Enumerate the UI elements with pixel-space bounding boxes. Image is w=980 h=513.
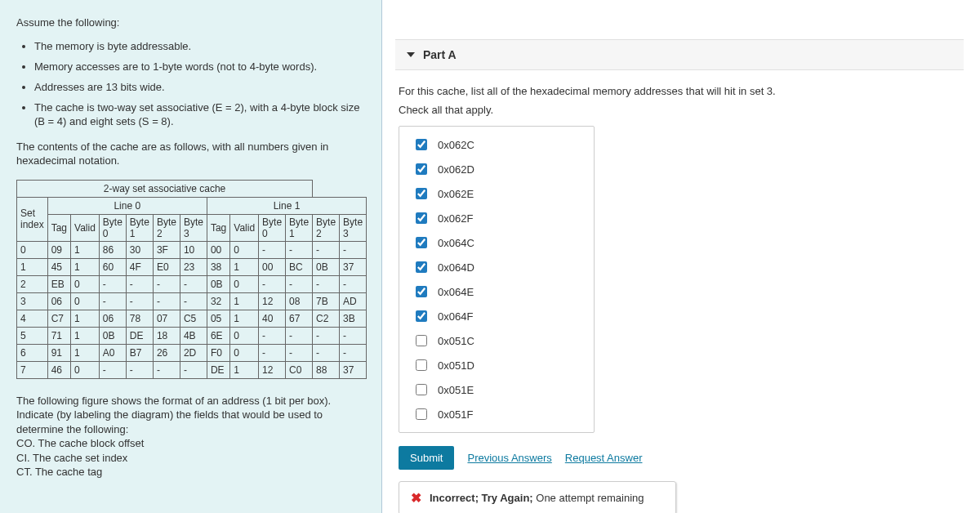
contents-note: The contents of the cache are as follows…	[16, 141, 365, 168]
col-b1: Byte 1	[286, 214, 313, 241]
col-b2: Byte 2	[153, 214, 180, 241]
option-checkbox[interactable]	[416, 139, 427, 150]
previous-answers-link[interactable]: Previous Answers	[467, 452, 551, 464]
option-checkbox[interactable]	[416, 188, 427, 199]
list-item: Addresses are 13 bits wide.	[34, 81, 365, 93]
option-checkbox[interactable]	[416, 384, 427, 395]
option-label: 0x051C	[438, 335, 474, 347]
table-row: 009186303F10000----	[17, 241, 367, 258]
option-row: 0x064D	[412, 259, 581, 275]
option-row: 0x064E	[412, 283, 581, 300]
submit-button[interactable]: Submit	[399, 446, 454, 470]
option-label: 0x064F	[438, 310, 473, 323]
option-row: 0x051C	[412, 332, 581, 349]
table-row: 2EB0----0B0----	[17, 275, 367, 292]
option-row: 0x062F	[412, 210, 581, 226]
table-row: 3060----32112087BAD	[17, 292, 367, 310]
table-row: 1451604FE02338100BC0B37	[17, 258, 367, 275]
option-checkbox[interactable]	[416, 359, 427, 371]
answer-panel: Part A For this cache, list all of the h…	[382, 0, 980, 513]
option-checkbox[interactable]	[416, 335, 427, 346]
assume-heading: Assume the following:	[16, 16, 365, 29]
question-text: For this cache, list all of the hexadeci…	[399, 85, 964, 97]
x-icon: ✖	[411, 490, 421, 506]
col-b3: Byte 3	[340, 214, 367, 241]
options-box: 0x062C0x062D0x062E0x062F0x064C0x064D0x06…	[399, 126, 595, 433]
option-row: 0x064C	[412, 234, 581, 251]
option-label: 0x051D	[438, 359, 474, 372]
option-row: 0x062E	[412, 185, 581, 202]
option-label: 0x051E	[438, 384, 474, 396]
option-row: 0x051F	[412, 406, 581, 422]
part-title: Part A	[423, 48, 457, 61]
option-label: 0x064E	[438, 286, 474, 298]
col-b0: Byte 0	[99, 214, 126, 241]
col-tag: Tag	[47, 214, 70, 241]
assumptions-list: The memory is byte addressable. Memory a…	[34, 40, 365, 129]
cache-table: 2-way set associative cache Set index Li…	[16, 180, 367, 379]
col-line1: Line 1	[207, 197, 366, 214]
list-item: Memory accesses are to 1-byte words (not…	[34, 60, 365, 73]
table-row: 7460----DE112C08837	[17, 361, 367, 378]
option-checkbox[interactable]	[416, 163, 427, 175]
col-b1: Byte 1	[126, 214, 153, 241]
option-label: 0x062E	[438, 188, 474, 200]
problem-panel: Assume the following: The memory is byte…	[0, 0, 382, 513]
col-tag: Tag	[207, 214, 229, 241]
option-label: 0x062F	[438, 212, 473, 225]
option-label: 0x064C	[438, 237, 474, 249]
col-valid: Valid	[230, 214, 259, 241]
address-note: The following figure shows the format of…	[16, 394, 365, 480]
option-checkbox[interactable]	[416, 212, 427, 224]
option-label: 0x062C	[438, 139, 474, 151]
option-checkbox[interactable]	[416, 237, 427, 248]
option-row: 0x051D	[412, 357, 581, 373]
option-row: 0x062D	[412, 161, 581, 177]
col-b2: Byte 2	[313, 214, 340, 241]
col-valid: Valid	[71, 214, 100, 241]
option-label: 0x051F	[438, 408, 473, 421]
table-title: 2-way set associative cache	[17, 180, 313, 197]
check-instruction: Check all that apply.	[399, 104, 964, 116]
option-label: 0x064D	[438, 261, 474, 274]
request-answer-link[interactable]: Request Answer	[565, 452, 643, 464]
col-b0: Byte 0	[259, 214, 286, 241]
action-row: Submit Previous Answers Request Answer	[399, 446, 964, 470]
list-item: The cache is two-way set associative (E …	[34, 101, 365, 129]
option-row: 0x051E	[412, 381, 581, 398]
option-row: 0x062C	[412, 136, 581, 153]
option-checkbox[interactable]	[416, 286, 427, 297]
feedback-box: ✖ Incorrect; Try Again; One attempt rema…	[399, 481, 676, 513]
col-b3: Byte 3	[180, 214, 207, 241]
feedback-text: Incorrect; Try Again; One attempt remain…	[430, 492, 644, 504]
option-label: 0x062D	[438, 163, 474, 176]
option-checkbox[interactable]	[416, 408, 427, 420]
chevron-down-icon	[407, 52, 415, 57]
col-set: Set index	[17, 197, 48, 241]
table-row: 57110BDE184B6E0----	[17, 327, 367, 344]
option-checkbox[interactable]	[416, 310, 427, 322]
part-header[interactable]: Part A	[395, 39, 964, 70]
col-line0: Line 0	[47, 197, 207, 214]
option-checkbox[interactable]	[416, 261, 427, 273]
table-row: 4C71067807C50514067C23B	[17, 310, 367, 327]
option-row: 0x064F	[412, 308, 581, 324]
table-row: 6911A0B7262DF00----	[17, 344, 367, 361]
list-item: The memory is byte addressable.	[34, 40, 365, 52]
